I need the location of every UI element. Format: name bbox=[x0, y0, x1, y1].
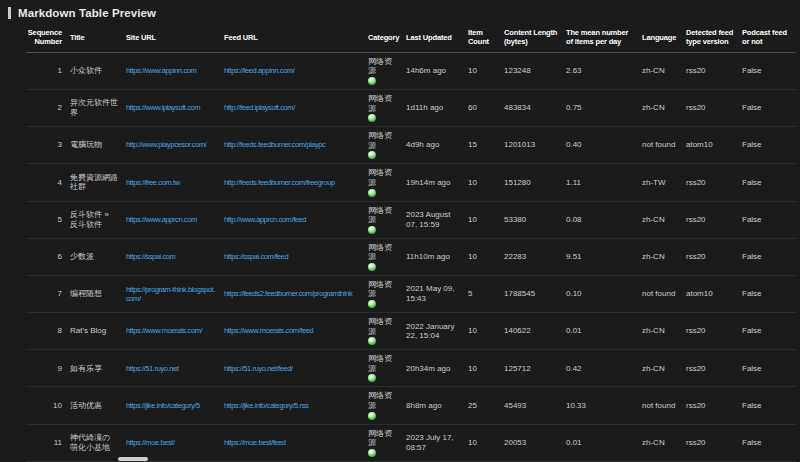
mean-per-day-cell: 0.01 bbox=[566, 313, 642, 350]
feed-type-cell: rss20 bbox=[686, 52, 742, 89]
site-url-cell: https://www.apprcn.com bbox=[126, 201, 224, 238]
feed-url-cell: https://feeds2.feedburner.com/programthi… bbox=[224, 275, 368, 312]
last-updated-cell: 1d11h ago bbox=[406, 89, 468, 126]
mean-per-day-cell: 2.63 bbox=[566, 52, 642, 89]
feed-url-link[interactable]: https://sspai.com/feed bbox=[224, 252, 288, 261]
seq-cell: 2 bbox=[26, 89, 70, 126]
column-header-seq: Sequence Number bbox=[26, 23, 70, 52]
site-url-link[interactable]: https://moe.best/ bbox=[126, 438, 175, 447]
site-url-link[interactable]: https://51.ruyo.net bbox=[126, 364, 178, 373]
site-url-cell: https://www.appinn.com bbox=[126, 52, 224, 89]
green-ball-icon bbox=[368, 77, 376, 85]
language-cell: zh-CN bbox=[642, 52, 686, 89]
site-url-link[interactable]: https://www.iplaysoft.com bbox=[126, 103, 200, 112]
feed-url-link[interactable]: http://www.apprcn.com/feed bbox=[224, 215, 306, 224]
feed-url-link[interactable]: https://moe.best/feed bbox=[224, 438, 286, 447]
feed-url-cell: https://www.moerats.com/feed bbox=[224, 313, 368, 350]
column-header-mean-per-day: The mean number of items per day bbox=[566, 23, 642, 52]
seq-cell: 7 bbox=[26, 275, 70, 312]
feed-url-cell: https://sspai.com/feed bbox=[224, 238, 368, 275]
content-length-cell: 123248 bbox=[504, 52, 566, 89]
site-url-link[interactable]: https://free.com.tw bbox=[126, 178, 180, 187]
item-count-cell: 10 bbox=[468, 164, 504, 201]
title-cell: 如有乐享 bbox=[70, 350, 126, 387]
page-title: Markdown Table Preview bbox=[0, 0, 800, 23]
feed-url-link[interactable]: https://jike.info/category/5.rss bbox=[224, 401, 308, 410]
category-label: 网络资源 bbox=[368, 94, 398, 113]
title-cell: 電腦玩物 bbox=[70, 127, 126, 164]
content-length-cell: 483834 bbox=[504, 89, 566, 126]
table-row: 5反斗软件 » 反斗软件https://www.apprcn.comhttp:/… bbox=[26, 201, 796, 238]
category-cell: 网络资源 bbox=[368, 164, 406, 201]
site-url-cell: https://program-think.blogspot.com/ bbox=[126, 275, 224, 312]
feed-url-link[interactable]: https://feeds2.feedburner.com/programthi… bbox=[224, 289, 352, 298]
column-header-last-updated: Last Updated bbox=[406, 23, 468, 52]
column-header-language: Language bbox=[642, 23, 686, 52]
site-url-cell: https://www.moerats.com/ bbox=[126, 313, 224, 350]
title-cell: 编程随想 bbox=[70, 275, 126, 312]
table-header-row: Sequence NumberTitleSite URLFeed URLCate… bbox=[26, 23, 796, 52]
site-url-link[interactable]: https://www.apprcn.com bbox=[126, 215, 197, 224]
feed-type-cell: rss20 bbox=[686, 350, 742, 387]
category-label: 网络资源 bbox=[368, 131, 398, 150]
last-updated-cell: 20h34m ago bbox=[406, 350, 468, 387]
last-updated-cell: 2021 May 09, 15:43 bbox=[406, 275, 468, 312]
feed-url-link[interactable]: https://51.ruyo.net/feed/ bbox=[224, 364, 293, 373]
horizontal-scrollbar-thumb[interactable] bbox=[118, 457, 148, 461]
category-cell: 网络资源 bbox=[368, 52, 406, 89]
mean-per-day-cell: 0.75 bbox=[566, 89, 642, 126]
site-url-link[interactable]: https://www.moerats.com/ bbox=[126, 326, 202, 335]
feed-type-cell: rss20 bbox=[686, 89, 742, 126]
last-updated-cell: 2022 January 22, 15:04 bbox=[406, 313, 468, 350]
site-url-cell: https://www.iplaysoft.com bbox=[126, 89, 224, 126]
mean-per-day-cell: 1.11 bbox=[566, 164, 642, 201]
content-length-cell: 1201013 bbox=[504, 127, 566, 164]
site-url-cell: https://free.com.tw bbox=[126, 164, 224, 201]
category-cell: 网络资源 bbox=[368, 350, 406, 387]
column-header-category: Category bbox=[368, 23, 406, 52]
last-updated-cell: 14h6m ago bbox=[406, 52, 468, 89]
site-url-link[interactable]: http://www.playpcesor.com/ bbox=[126, 140, 206, 149]
podcast-cell: False bbox=[742, 89, 796, 126]
feed-type-cell: rss20 bbox=[686, 164, 742, 201]
feed-type-cell: atom10 bbox=[686, 127, 742, 164]
site-url-link[interactable]: https://program-think.blogspot.com/ bbox=[126, 285, 216, 303]
title-cell: 活动优惠 bbox=[70, 387, 126, 424]
language-cell: zh-CN bbox=[642, 313, 686, 350]
podcast-cell: False bbox=[742, 387, 796, 424]
feed-url-link[interactable]: http://feeds.feedburner.com/freegroup bbox=[224, 178, 335, 187]
last-updated-cell: 4d9h ago bbox=[406, 127, 468, 164]
mean-per-day-cell: 10.33 bbox=[566, 387, 642, 424]
table-row: 4免費資源網路社群https://free.com.twhttp://feeds… bbox=[26, 164, 796, 201]
title-cell: 反斗软件 » 反斗软件 bbox=[70, 201, 126, 238]
feed-type-cell: atom10 bbox=[686, 275, 742, 312]
column-header-podcast: Podcast feed or not bbox=[742, 23, 796, 52]
mean-per-day-cell: 0.08 bbox=[566, 201, 642, 238]
mean-per-day-cell: 0.40 bbox=[566, 127, 642, 164]
podcast-cell: False bbox=[742, 52, 796, 89]
category-label: 网络资源 bbox=[368, 354, 398, 373]
content-length-cell: 45493 bbox=[504, 387, 566, 424]
horizontal-scrollbar[interactable] bbox=[0, 456, 800, 462]
table-row: 6少数派https://sspai.comhttps://sspai.com/f… bbox=[26, 238, 796, 275]
seq-cell: 8 bbox=[26, 313, 70, 350]
content-length-cell: 125712 bbox=[504, 350, 566, 387]
title-cell: 少数派 bbox=[70, 238, 126, 275]
site-url-cell: https://jike.info/category/5 bbox=[126, 387, 224, 424]
site-url-link[interactable]: https://www.appinn.com bbox=[126, 66, 196, 75]
last-updated-cell: 19h14m ago bbox=[406, 164, 468, 201]
last-updated-cell: 11h10m ago bbox=[406, 238, 468, 275]
podcast-cell: False bbox=[742, 313, 796, 350]
site-url-link[interactable]: https://sspai.com bbox=[126, 252, 175, 261]
title-cell: Rat's Blog bbox=[70, 313, 126, 350]
feed-url-link[interactable]: https://www.moerats.com/feed bbox=[224, 326, 313, 335]
item-count-cell: 25 bbox=[468, 387, 504, 424]
feed-url-link[interactable]: http://feed.iplaysoft.com/ bbox=[224, 103, 295, 112]
site-url-link[interactable]: https://jike.info/category/5 bbox=[126, 401, 200, 410]
feed-url-link[interactable]: https://feed.appinn.com/ bbox=[224, 66, 294, 75]
last-updated-cell: 2023 August 07, 15:59 bbox=[406, 201, 468, 238]
category-label: 网络资源 bbox=[368, 429, 398, 448]
feed-url-link[interactable]: http://feeds.feedburner.com/playpc bbox=[224, 140, 325, 149]
page-title-text: Markdown Table Preview bbox=[18, 7, 156, 19]
feed-url-cell: http://feeds.feedburner.com/playpc bbox=[224, 127, 368, 164]
